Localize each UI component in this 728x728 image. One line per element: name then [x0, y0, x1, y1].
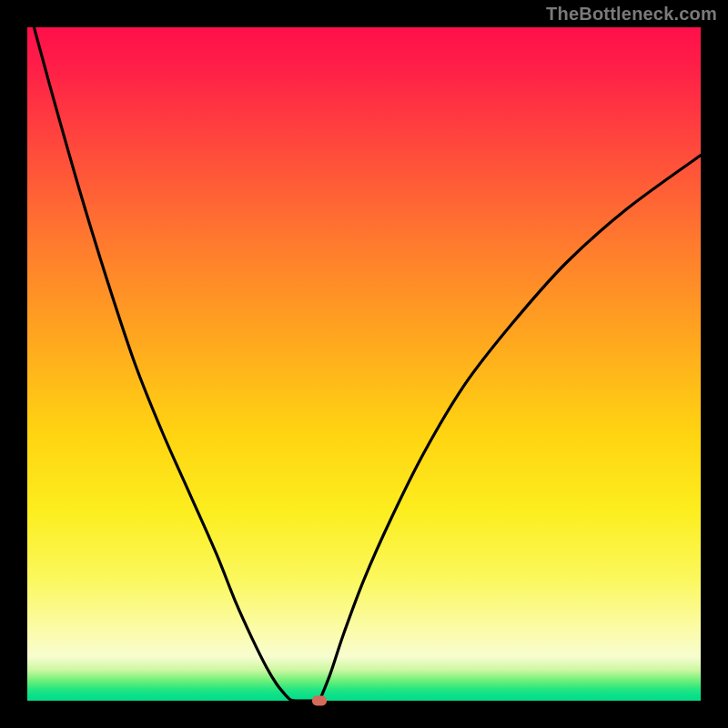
bottleneck-curve-path — [34, 27, 701, 701]
watermark-text: TheBottleneck.com — [546, 4, 717, 25]
chart-frame: TheBottleneck.com — [0, 0, 728, 728]
curve-svg — [27, 27, 701, 701]
optimum-marker — [312, 696, 327, 706]
plot-area — [27, 27, 701, 701]
